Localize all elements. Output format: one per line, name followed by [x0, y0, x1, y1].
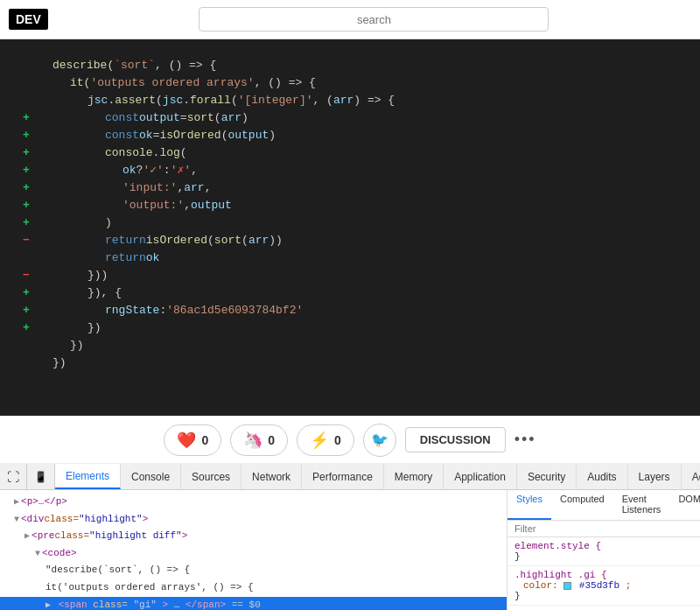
tree-item[interactable]: ▶ <pre class= "highlight diff" > — [0, 528, 507, 545]
close-tag: </p> — [44, 494, 66, 510]
more-button[interactable]: ••• — [514, 431, 536, 449]
tab-adblock[interactable]: AdBlock — [682, 464, 700, 489]
search-input[interactable] — [199, 7, 549, 32]
tree-item-selected[interactable]: ▶ <span class= "gi" > … </span> == $0 — [0, 597, 507, 610]
diff-plus: + — [18, 319, 35, 337]
bolt-reaction-button[interactable]: ⚡ 0 — [297, 424, 354, 456]
tag: <p> — [21, 494, 38, 510]
twitter-icon: 🐦 — [371, 431, 388, 449]
tag: <div — [21, 512, 44, 528]
devtools-tabs: ⛶ 📱 Elements Console Sources Network Per… — [0, 464, 700, 490]
tab-security[interactable]: Security — [517, 464, 577, 489]
subtab-styles[interactable]: Styles — [508, 490, 551, 520]
top-bar: DEV — [0, 0, 700, 39]
diff-plus: + — [18, 144, 35, 162]
tab-application-label: Application — [454, 471, 506, 483]
device-icon: 📱 — [34, 471, 47, 483]
discussion-button[interactable]: DISCUSSION — [405, 427, 506, 452]
tag: > — [182, 529, 188, 544]
tab-security-label: Security — [528, 471, 565, 483]
code-text: describe( — [52, 57, 114, 74]
css-block-highlight-gi-2: .highlight .gi { color: #a6e22e ; } — [508, 606, 700, 610]
diff-plus: + — [18, 214, 35, 232]
diff-minus: − — [18, 267, 35, 284]
heart-reaction-button[interactable]: ❤️ 0 — [164, 424, 221, 456]
subtab-event-listeners[interactable]: Event Listeners — [613, 490, 670, 520]
color-swatch — [564, 582, 571, 590]
css-value: #35d3fb — [579, 580, 620, 591]
tab-elements[interactable]: Elements — [55, 464, 121, 489]
css-close: } — [514, 551, 693, 562]
tree-item[interactable]: "describe(`sort`, () => { — [0, 562, 507, 579]
tab-performance[interactable]: Performance — [302, 464, 384, 489]
code-text: jsc — [88, 92, 108, 109]
tab-inspect[interactable]: ⛶ — [0, 464, 27, 489]
css-property: color: #35d3fb ; — [523, 580, 693, 591]
tab-console[interactable]: Console — [121, 464, 181, 489]
code-line: jsc.assert(jsc.forall('[integer]', (arr)… — [52, 92, 682, 109]
attr-val: "highlight diff" — [89, 529, 182, 544]
code-line: }) — [52, 354, 682, 372]
code-text: it( — [70, 74, 90, 92]
code-line: + rngState: '86ac1d5e6093784bf2' — [52, 302, 682, 319]
subtab-event-label: Event Listeners — [622, 494, 662, 515]
subtab-dom[interactable]: DOM — [669, 490, 700, 520]
heart-icon: ❤️ — [177, 431, 196, 450]
selected-element-tag: ▶ <span class= "gi" > … </span> == $0 — [46, 598, 261, 610]
tab-console-label: Console — [131, 471, 170, 483]
tab-network[interactable]: Network — [242, 464, 302, 489]
code-line: + console.log( — [52, 144, 682, 162]
tab-sources[interactable]: Sources — [181, 464, 242, 489]
tab-layers[interactable]: Layers — [628, 464, 682, 489]
tab-application[interactable]: Application — [444, 464, 517, 489]
tab-network-label: Network — [252, 471, 290, 483]
tree-item[interactable]: ▼ <div class= "highlight" > — [0, 511, 507, 529]
css-selector: .highlight .gi { — [514, 570, 693, 580]
code-line: + 'output:', output — [52, 197, 682, 214]
code-line: + const ok = isOrdered(output) — [52, 127, 682, 144]
diff-plus: + — [18, 162, 35, 179]
text-node: "describe(`sort`, () => { — [46, 563, 190, 578]
inspect-icon: ⛶ — [7, 470, 19, 484]
attr-name: class= — [44, 512, 79, 528]
diff-plus: + — [18, 197, 35, 214]
collapse-icon: ▶ — [24, 529, 30, 543]
tab-device[interactable]: 📱 — [27, 464, 55, 489]
subtab-computed[interactable]: Computed — [551, 490, 613, 520]
semicolon: ; — [626, 580, 632, 591]
tab-layers-label: Layers — [639, 471, 670, 483]
tab-elements-label: Elements — [66, 470, 109, 482]
bolt-count: 0 — [334, 433, 341, 447]
collapse-icon: ▼ — [35, 547, 40, 561]
unicorn-icon: 🦄 — [243, 431, 262, 450]
styles-filter-input[interactable] — [508, 521, 700, 537]
tab-audits[interactable]: Audits — [577, 464, 627, 489]
subtab-styles-label: Styles — [516, 494, 542, 504]
css-block-element-style: element.style { } — [508, 537, 700, 566]
code-line: + }), { — [52, 284, 682, 302]
diff-plus: + — [18, 179, 35, 197]
diff-plus: + — [18, 109, 35, 127]
text-node: … — [38, 494, 45, 510]
code-line: + }) — [52, 319, 682, 337]
heart-count: 0 — [201, 433, 208, 447]
tag: <pre — [32, 529, 54, 544]
elements-panel: ▶ <p> … </p> ▼ <div class= "highlight" >… — [0, 490, 508, 610]
tree-item[interactable]: it('outputs ordered arrays', () => { — [0, 579, 507, 597]
tab-memory[interactable]: Memory — [384, 464, 444, 489]
tab-performance-label: Performance — [312, 471, 373, 483]
devtools-panel: ▶ <p> … </p> ▼ <div class= "highlight" >… — [0, 490, 700, 610]
code-line: describe(`sort`, () => { — [52, 57, 682, 74]
code-line: }) — [52, 337, 682, 354]
code-line: − return isOrdered(sort(arr)) — [52, 232, 682, 249]
twitter-button[interactable]: 🐦 — [363, 424, 396, 457]
tree-item[interactable]: ▼ <code> — [0, 545, 507, 563]
tree-item[interactable]: ▶ <p> … </p> — [0, 494, 507, 511]
diff-plus: + — [18, 127, 35, 144]
dev-logo: DEV — [9, 9, 48, 30]
collapse-icon: ▼ — [14, 513, 19, 527]
text-node: it('outputs ordered arrays', () => { — [46, 580, 254, 596]
diff-minus: − — [18, 232, 35, 249]
unicorn-reaction-button[interactable]: 🦄 0 — [230, 424, 288, 456]
diff-plus: + — [18, 302, 35, 319]
